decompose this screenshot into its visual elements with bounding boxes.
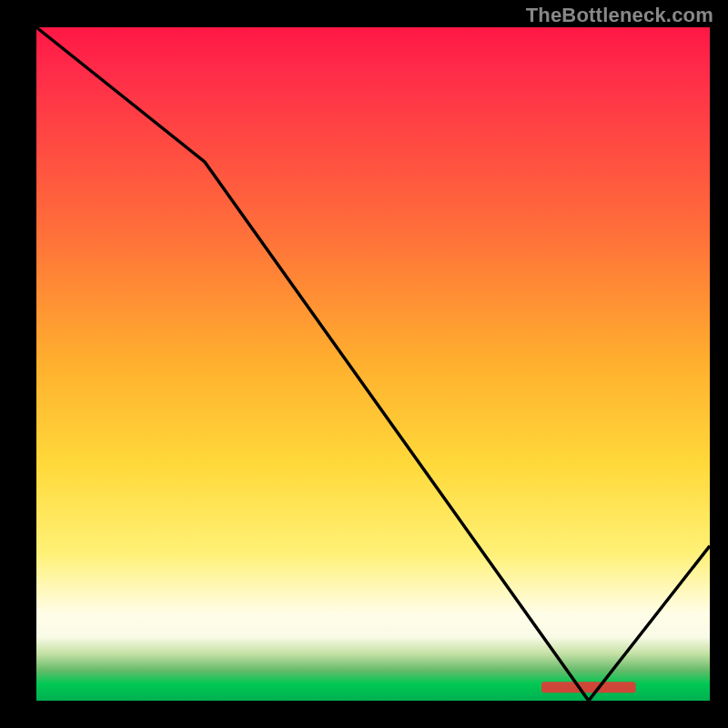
bottleneck-chart bbox=[0, 0, 728, 728]
y-axis-area bbox=[0, 0, 36, 728]
x-axis-area bbox=[0, 701, 728, 728]
watermark-text: TheBottleneck.com bbox=[526, 4, 713, 27]
plot-background bbox=[36, 27, 710, 701]
svg-rect-0 bbox=[541, 682, 636, 693]
minimum-marker bbox=[541, 682, 636, 693]
